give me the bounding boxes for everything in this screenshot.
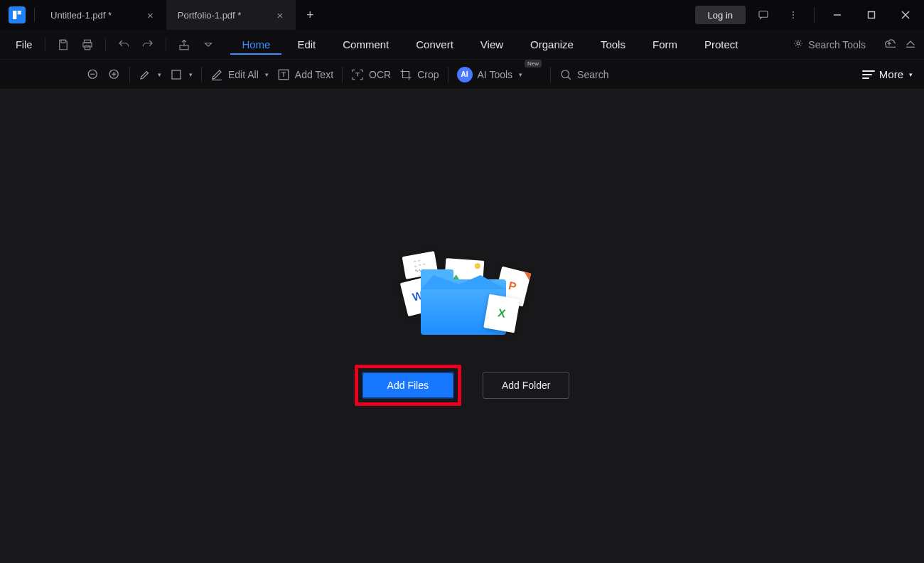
menu-convert[interactable]: Convert: [404, 34, 465, 55]
kebab-menu-icon[interactable]: [781, 0, 805, 30]
search-tools[interactable]: Search Tools: [785, 39, 873, 50]
menu-protect[interactable]: Protect: [693, 34, 750, 55]
crop-label: Crop: [417, 69, 439, 80]
menu-edit[interactable]: Edit: [286, 34, 327, 55]
edit-all-button[interactable]: Edit All▾: [206, 65, 273, 84]
svg-rect-10: [61, 40, 65, 43]
feedback-icon[interactable]: [751, 0, 775, 30]
close-icon[interactable]: ×: [276, 9, 283, 21]
menu-view[interactable]: View: [469, 34, 515, 55]
menubar: File Home Edit Comment Convert View Orga…: [0, 30, 924, 60]
svg-line-26: [568, 77, 571, 80]
ocr-label: OCR: [369, 69, 391, 80]
separator: [129, 67, 130, 82]
cloud-sync-icon[interactable]: [883, 37, 896, 53]
redo-icon[interactable]: [137, 34, 159, 55]
search-button[interactable]: Search: [555, 65, 613, 84]
share-icon[interactable]: [173, 34, 195, 55]
ai-tools-label: AI Tools: [478, 69, 513, 80]
portfolio-illustration: ～～～～～∿∿ W P X: [391, 247, 533, 346]
excel-doc-icon: X: [483, 294, 520, 333]
login-button[interactable]: Log in: [695, 6, 746, 24]
svg-point-3: [793, 11, 794, 13]
edit-all-label: Edit All: [228, 69, 259, 80]
separator: [814, 7, 815, 23]
ocr-button[interactable]: OCR: [347, 65, 395, 84]
more-button[interactable]: More▾: [862, 68, 913, 80]
svg-rect-0: [13, 11, 16, 19]
add-text-button[interactable]: Add Text: [273, 65, 338, 84]
close-icon[interactable]: ×: [147, 9, 154, 21]
hamburger-icon: [862, 70, 875, 79]
tab-untitled[interactable]: Untitled-1.pdf * ×: [39, 0, 166, 30]
zoom-out-button[interactable]: [82, 65, 104, 84]
toolbar: ▾ ▾ Edit All▾ Add Text OCR Crop AI AI To…: [0, 60, 924, 90]
undo-icon[interactable]: [113, 34, 134, 55]
new-tab-button[interactable]: +: [296, 0, 324, 30]
more-label: More: [879, 68, 903, 80]
separator: [45, 38, 45, 52]
menu-form[interactable]: Form: [641, 34, 689, 55]
save-icon[interactable]: [53, 34, 74, 55]
separator: [201, 67, 202, 82]
separator: [34, 8, 35, 22]
file-menu[interactable]: File: [10, 39, 38, 50]
dropdown-icon[interactable]: [198, 34, 219, 55]
menubar-right: [883, 37, 917, 53]
shape-button[interactable]: ▾: [166, 65, 197, 84]
separator: [105, 38, 106, 52]
svg-rect-22: [172, 70, 181, 79]
tab-portfolio[interactable]: Portfolio-1.pdf * ×: [166, 0, 296, 30]
highlighter-button[interactable]: ▾: [134, 65, 166, 84]
separator: [448, 67, 448, 82]
menu-comment[interactable]: Comment: [331, 34, 400, 55]
titlebar: Untitled-1.pdf * × Portfolio-1.pdf * × +…: [0, 0, 924, 30]
add-text-label: Add Text: [295, 69, 333, 80]
menu-organize[interactable]: Organize: [519, 34, 585, 55]
print-icon[interactable]: [77, 34, 98, 55]
add-files-button[interactable]: Add Files: [362, 372, 454, 399]
tab-label: Untitled-1.pdf *: [50, 10, 112, 21]
search-tools-label: Search Tools: [808, 39, 866, 50]
app-logo-icon: [9, 6, 26, 23]
add-folder-button[interactable]: Add Folder: [483, 372, 569, 399]
tab-label: Portfolio-1.pdf *: [178, 10, 242, 21]
svg-rect-2: [759, 11, 768, 18]
separator: [550, 67, 551, 82]
svg-rect-13: [85, 45, 91, 49]
ai-tools-button[interactable]: AI AI Tools▾ New: [453, 64, 547, 85]
separator: [342, 67, 343, 82]
svg-point-4: [793, 14, 794, 16]
portfolio-actions: Add Files Add Folder: [355, 365, 570, 406]
zoom-in-button[interactable]: [104, 65, 125, 84]
titlebar-right: Log in: [695, 0, 924, 30]
svg-point-25: [562, 70, 569, 78]
svg-rect-1: [18, 11, 21, 14]
svg-rect-7: [869, 12, 875, 18]
svg-point-15: [797, 42, 800, 45]
highlighted-annotation: Add Files: [355, 365, 461, 406]
crop-button[interactable]: Crop: [395, 65, 443, 84]
collapse-up-icon[interactable]: [904, 37, 917, 53]
window-close-button[interactable]: [891, 0, 920, 30]
search-label: Search: [577, 69, 608, 80]
menu-tabs: Home Edit Comment Convert View Organize …: [230, 34, 749, 55]
separator: [166, 38, 166, 52]
svg-point-5: [793, 17, 794, 18]
ai-icon: AI: [457, 67, 473, 82]
window-minimize-button[interactable]: [823, 0, 852, 30]
new-badge: New: [525, 60, 542, 68]
window-maximize-button[interactable]: [857, 0, 886, 30]
menu-tools[interactable]: Tools: [589, 34, 637, 55]
menu-home[interactable]: Home: [230, 34, 281, 55]
document-tabs: Untitled-1.pdf * × Portfolio-1.pdf * × +: [39, 0, 324, 30]
main-content: ～～～～～∿∿ W P X Add Files Add Folder: [0, 90, 924, 563]
